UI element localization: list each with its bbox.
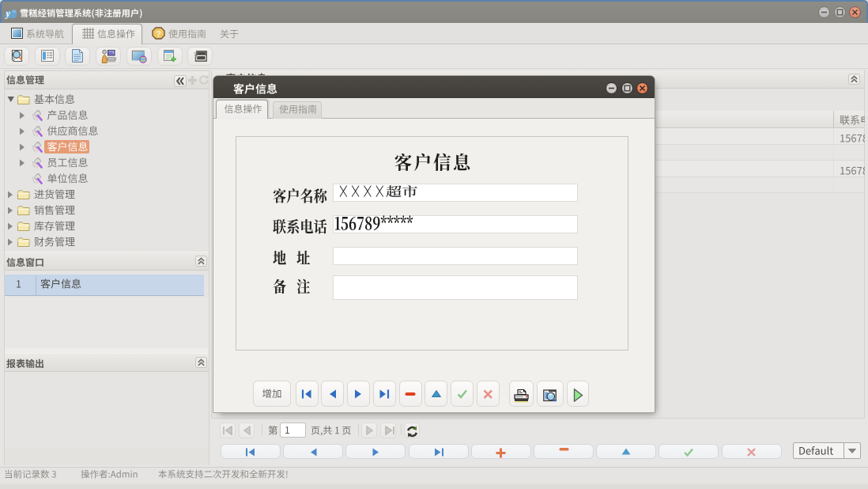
- svg-text:y: y: [5, 9, 11, 19]
- svg-text:?: ?: [156, 29, 161, 39]
